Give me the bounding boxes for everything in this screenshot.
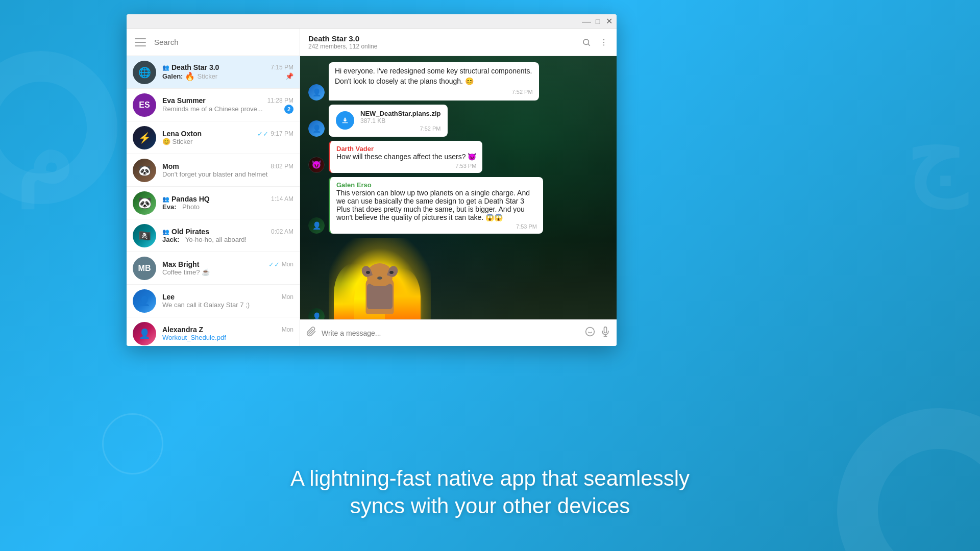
msg-row-vader: 😈 Darth Vader How will these changes aff… bbox=[308, 141, 482, 173]
chat-time-lee: Mon bbox=[282, 293, 293, 300]
chat-item-max-bright[interactable]: MB Max Bright ✓✓ Mon Coffee time? ☕ bbox=[127, 252, 300, 285]
emoji-button[interactable] bbox=[585, 327, 595, 339]
chat-name-max-bright: Max Bright bbox=[162, 260, 199, 268]
avatar-max-bright: MB bbox=[133, 257, 156, 280]
download-button[interactable] bbox=[336, 111, 354, 130]
chat-preview-old-pirates: Jack: Yo-ho-ho, all aboard! bbox=[162, 236, 293, 243]
chat-list: 🌐 👥 Death Star 3.0 7:15 PM Gal bbox=[127, 56, 300, 346]
menu-line-3 bbox=[135, 45, 146, 46]
chat-time-pandas-hq: 1:14 AM bbox=[271, 195, 293, 203]
pin-icon: 📌 bbox=[285, 72, 293, 80]
vader-time: 7:53 PM bbox=[336, 163, 476, 169]
mic-button[interactable] bbox=[600, 327, 610, 339]
minimize-button[interactable]: — bbox=[583, 18, 590, 25]
title-bar: — □ ✕ bbox=[127, 14, 617, 29]
search-input[interactable] bbox=[154, 38, 293, 46]
chat-name-alexandra-z: Alexandra Z bbox=[162, 325, 203, 334]
chat-item-mom[interactable]: 🐼 Mom 8:02 PM Don't forget your blaster … bbox=[127, 154, 300, 187]
chat-item-eva-summer[interactable]: ES Eva Summer 11:28 PM Reminds me of a C… bbox=[127, 89, 300, 121]
msg-avatar-1: 👤 bbox=[308, 84, 325, 101]
chat-time-mom: 8:02 PM bbox=[271, 163, 293, 170]
msg-avatar-vader: 😈 bbox=[308, 157, 325, 173]
svg-point-2 bbox=[603, 39, 604, 40]
chat-preview-lee: We can call it Galaxy Star 7 ;) bbox=[162, 301, 293, 309]
more-button[interactable] bbox=[599, 38, 608, 47]
avatar-death-star: 🌐 bbox=[133, 61, 156, 84]
tagline-text: A lightning-fast native app that seamles… bbox=[0, 465, 980, 520]
chat-time-alexandra-z: Mon bbox=[282, 326, 293, 333]
chat-name-old-pirates: 👥 Old Pirates bbox=[162, 228, 209, 236]
msg-avatar-sticker: 👤 bbox=[308, 308, 325, 319]
chat-info-eva-summer: Eva Summer 11:28 PM Reminds me of a Chin… bbox=[162, 96, 293, 114]
chat-header-info: Death Star 3.0 242 members, 112 online bbox=[308, 34, 377, 50]
avatar-lee: 👤 bbox=[133, 289, 156, 313]
chat-item-old-pirates[interactable]: 🏴‍☠️ 👥 Old Pirates 0:02 AM Jack: Yo-ho-h… bbox=[127, 219, 300, 252]
file-time: 7:52 PM bbox=[360, 126, 440, 132]
msg-avatar-2: 👤 bbox=[308, 120, 325, 137]
chat-title: Death Star 3.0 bbox=[308, 34, 377, 43]
double-check-lena: ✓✓ bbox=[257, 130, 268, 138]
galen-time: 7:53 PM bbox=[336, 223, 537, 230]
tagline: A lightning-fast native app that seamles… bbox=[0, 465, 980, 520]
chat-item-lee[interactable]: 👤 Lee Mon We can call it Galaxy Star 7 ;… bbox=[127, 285, 300, 317]
svg-point-3 bbox=[603, 41, 604, 42]
maximize-button[interactable]: □ bbox=[594, 18, 601, 25]
chat-time-old-pirates: 0:02 AM bbox=[271, 228, 293, 235]
menu-button[interactable] bbox=[133, 34, 149, 51]
chat-item-alexandra-z[interactable]: 👤 Alexandra Z Mon Workout_Shedule.pdf bbox=[127, 317, 300, 346]
chat-preview-mom: Don't forget your blaster and helmet bbox=[162, 170, 293, 178]
attach-button[interactable] bbox=[306, 327, 316, 339]
svg-line-1 bbox=[588, 44, 590, 45]
chat-preview-max-bright: Coffee time? ☕ bbox=[162, 268, 293, 276]
chat-info-lee: Lee Mon We can call it Galaxy Star 7 ;) bbox=[162, 293, 293, 309]
chat-item-pandas-hq[interactable]: 🐼 👥 Pandas HQ 1:14 AM Eva: Photo bbox=[127, 187, 300, 219]
chat-preview-alexandra-z: Workout_Shedule.pdf bbox=[162, 334, 293, 341]
vader-bubble: Darth Vader How will these changes affec… bbox=[329, 141, 482, 173]
close-button[interactable]: ✕ bbox=[605, 18, 612, 25]
chat-name-mom: Mom bbox=[162, 162, 179, 170]
avatar-mom: 🐼 bbox=[133, 159, 156, 182]
message-input[interactable] bbox=[322, 329, 580, 337]
chat-item-death-star[interactable]: 🌐 👥 Death Star 3.0 7:15 PM Gal bbox=[127, 56, 300, 89]
avatar-eva-summer: ES bbox=[133, 93, 156, 117]
chat-preview-lena-oxton: 😊 Sticker bbox=[162, 138, 293, 145]
app-body: 🌐 👥 Death Star 3.0 7:15 PM Gal bbox=[127, 29, 617, 346]
chat-info-old-pirates: 👥 Old Pirates 0:02 AM Jack: Yo-ho-ho, al… bbox=[162, 228, 293, 243]
chat-name-eva-summer: Eva Summer bbox=[162, 96, 206, 105]
chat-item-lena-oxton[interactable]: ⚡ Lena Oxton ✓✓ 9:17 PM 😊 Sticker bbox=[127, 121, 300, 154]
svg-point-4 bbox=[603, 44, 604, 45]
chat-header-actions bbox=[582, 38, 608, 47]
svg-point-5 bbox=[586, 328, 595, 336]
file-size: 387.1 KB bbox=[360, 117, 440, 124]
messages-container: 👤 Hi everyone. I've redesigned some key … bbox=[300, 56, 617, 319]
chat-header: Death Star 3.0 242 members, 112 online bbox=[300, 29, 617, 56]
chat-name-death-star: 👥 Death Star 3.0 bbox=[162, 63, 219, 71]
chat-time-eva-summer: 11:28 PM bbox=[267, 97, 293, 104]
msg-time-1: 7:52 PM bbox=[335, 88, 533, 96]
chat-info-death-star: 👥 Death Star 3.0 7:15 PM Galen: 🔥 Sticke… bbox=[162, 63, 293, 81]
svg-point-0 bbox=[583, 39, 589, 45]
chat-name-lee: Lee bbox=[162, 293, 175, 301]
galen-text: This version can blow up two planets on … bbox=[336, 189, 537, 221]
msg-bubble-1: Hi everyone. I've redesigned some key st… bbox=[329, 62, 539, 101]
galen-name: Galen Erso bbox=[336, 181, 537, 189]
search-button[interactable] bbox=[582, 38, 591, 47]
unread-badge-eva: 2 bbox=[284, 105, 293, 114]
avatar-old-pirates: 🏴‍☠️ bbox=[133, 224, 156, 247]
menu-line-2 bbox=[135, 42, 146, 43]
chat-members: 242 members, 112 online bbox=[308, 43, 377, 50]
msg-row-galen: 👤 Galen Erso This version can blow up tw… bbox=[308, 177, 543, 234]
galen-bubble: Galen Erso This version can blow up two … bbox=[329, 177, 543, 234]
file-name: NEW_DeathStar.plans.zip bbox=[360, 110, 440, 117]
msg-row-sticker: 👤 bbox=[308, 238, 431, 319]
msg-text-1: Hi everyone. I've redesigned some key st… bbox=[335, 66, 533, 86]
menu-line-1 bbox=[135, 38, 146, 39]
chat-name-pandas-hq: 👥 Pandas HQ bbox=[162, 195, 210, 203]
chat-time-lena-oxton: 9:17 PM bbox=[271, 130, 293, 137]
chat-time-death-star: 7:15 PM bbox=[271, 64, 293, 71]
chat-info-max-bright: Max Bright ✓✓ Mon Coffee time? ☕ bbox=[162, 260, 293, 276]
chat-info-lena-oxton: Lena Oxton ✓✓ 9:17 PM 😊 Sticker bbox=[162, 130, 293, 145]
file-info: NEW_DeathStar.plans.zip 387.1 KB 7:52 PM bbox=[360, 110, 440, 132]
file-bubble: NEW_DeathStar.plans.zip 387.1 KB 7:52 PM bbox=[329, 105, 448, 137]
chat-time-max-bright: Mon bbox=[282, 261, 293, 268]
